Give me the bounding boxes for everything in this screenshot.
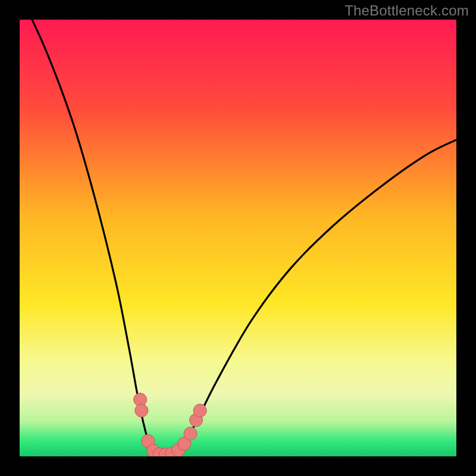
bottleneck-chart [0,0,476,476]
chart-stage: TheBottleneck.com [0,0,476,476]
curve-marker [135,404,148,417]
gradient-background [20,20,456,456]
curve-marker [193,404,206,417]
curve-marker [184,427,197,440]
watermark-text: TheBottleneck.com [345,2,469,19]
